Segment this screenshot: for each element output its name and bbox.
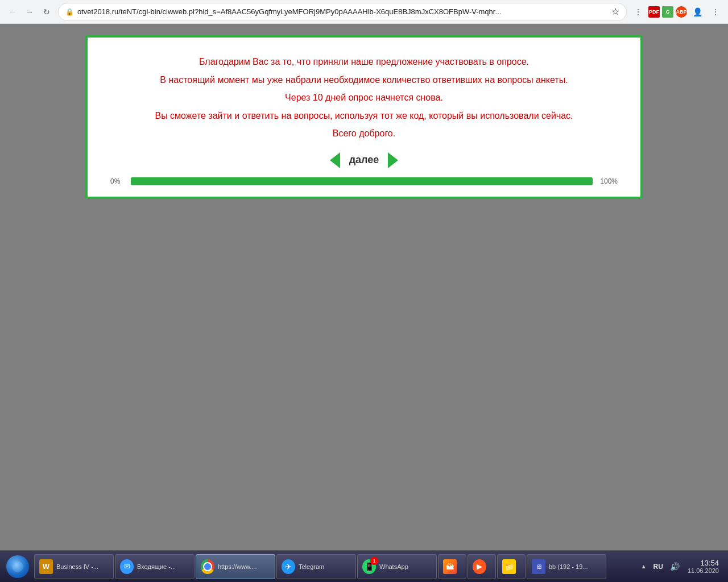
survey-line4: Вы сможете зайти и ответить на вопросы, … xyxy=(110,109,618,123)
tray-date: 11.06.2020 xyxy=(688,567,719,574)
reload-button[interactable]: ↻ xyxy=(39,4,55,20)
start-button[interactable] xyxy=(2,553,33,580)
survey-line1: Благодарим Вас за то, что приняли наше п… xyxy=(110,55,618,69)
tray-up-arrow[interactable]: ▲ xyxy=(639,562,649,571)
start-orb-inner xyxy=(12,561,23,572)
taskbar-label-chrome: https://www.... xyxy=(218,563,270,570)
progress-label-right: 100% xyxy=(597,177,618,185)
taskbar-label-incoming: Входящие -... xyxy=(137,563,189,570)
survey-line5: Всего доброго. xyxy=(110,126,618,141)
page-content: Благодарим Вас за то, что приняли наше п… xyxy=(0,24,728,550)
photo-icon: 🏔 xyxy=(443,560,457,573)
taskbar-label-bb: bb (192 - 19... xyxy=(549,563,601,570)
media-icon: ▶ xyxy=(473,560,486,573)
whatsapp-icon: 📱 1 xyxy=(362,560,376,573)
taskbar-item-business[interactable]: W Business IV -... xyxy=(34,554,114,579)
folder-icon: 📁 xyxy=(502,560,516,573)
taskbar-label-telegram: Telegram xyxy=(299,563,351,570)
mail-icon: ✉ xyxy=(120,560,134,573)
browser-chrome: ← → ↻ 🔒 ☆ ⋮ PDF G ABP 👤 ⋮ xyxy=(0,0,728,24)
nav-controls: далее xyxy=(110,152,618,168)
taskbar-item-folder[interactable]: 📁 xyxy=(497,554,526,579)
start-orb xyxy=(6,555,29,578)
taskbar-item-whatsapp[interactable]: 📱 1 WhatsApp xyxy=(357,554,437,579)
taskbar-label-whatsapp: WhatsApp xyxy=(379,563,432,570)
taskbar-item-chrome[interactable]: https://www.... xyxy=(196,554,275,579)
profile-button[interactable]: 👤 xyxy=(689,4,705,20)
progress-bar-inner xyxy=(131,177,593,185)
taskbar: W Business IV -... ✉ Входящие -... https… xyxy=(0,550,728,582)
tray-clock[interactable]: 13:54 11.06.2020 xyxy=(684,558,722,575)
survey-line2: В настоящий момент мы уже набрали необхо… xyxy=(110,73,618,88)
chrome-icon xyxy=(201,560,214,573)
progress-container: 0% 100% xyxy=(110,177,618,185)
green-extension-icon[interactable]: G xyxy=(662,6,673,18)
taskbar-item-incoming[interactable]: ✉ Входящие -... xyxy=(115,554,195,579)
taskbar-item-telegram[interactable]: ✈ Telegram xyxy=(276,554,356,579)
survey-line3: Через 10 дней опрос начнется снова. xyxy=(110,90,618,105)
tray-volume[interactable]: 🔊 xyxy=(668,561,682,572)
nav-label: далее xyxy=(349,154,379,166)
tray-time: 13:54 xyxy=(688,559,719,567)
bookmark-icon[interactable]: ☆ xyxy=(611,6,619,17)
address-bar-container[interactable]: 🔒 ☆ xyxy=(58,3,627,21)
network-icon: 🖥 xyxy=(532,560,545,573)
address-input[interactable] xyxy=(77,7,608,16)
progress-label-left: 0% xyxy=(110,177,126,185)
taskbar-item-media[interactable]: ▶ xyxy=(468,554,496,579)
nav-buttons: ← → ↻ xyxy=(5,4,55,20)
tray-lang[interactable]: RU xyxy=(651,562,665,572)
taskbar-label-business: Business IV -... xyxy=(56,563,109,570)
system-tray: ▲ RU 🔊 13:54 11.06.2020 xyxy=(635,558,726,575)
browser-toolbar: ← → ↻ 🔒 ☆ ⋮ PDF G ABP 👤 ⋮ xyxy=(0,0,728,24)
survey-message: Благодарим Вас за то, что приняли наше п… xyxy=(110,55,618,141)
taskbar-item-bb[interactable]: 🖥 bb (192 - 19... xyxy=(527,554,606,579)
back-button[interactable]: ← xyxy=(5,4,20,20)
whatsapp-badge: 1 xyxy=(370,557,378,565)
progress-bar-outer xyxy=(131,177,593,185)
toolbar-icons: ⋮ PDF G ABP 👤 ⋮ xyxy=(630,4,723,20)
survey-card: Благодарим Вас за то, что приняли наше п… xyxy=(85,35,643,199)
volume-icon: 🔊 xyxy=(670,562,680,571)
abp-extension-icon[interactable]: ABP xyxy=(676,6,687,18)
next-button[interactable] xyxy=(388,152,398,168)
pdf-extension-icon[interactable]: PDF xyxy=(648,6,660,18)
menu-button[interactable]: ⋮ xyxy=(708,4,723,20)
prev-button[interactable] xyxy=(330,152,340,168)
telegram-icon: ✈ xyxy=(282,560,295,573)
taskbar-item-photo[interactable]: 🏔 xyxy=(438,554,466,579)
lock-icon: 🔒 xyxy=(65,8,74,16)
forward-button[interactable]: → xyxy=(22,4,38,20)
business-icon: W xyxy=(39,560,53,573)
extensions-button[interactable]: ⋮ xyxy=(630,4,646,20)
